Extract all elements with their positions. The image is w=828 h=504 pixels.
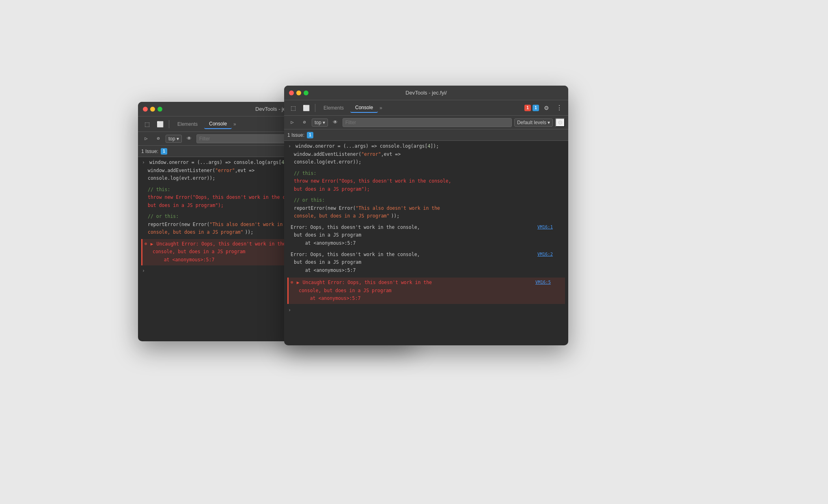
back-block-icon[interactable]: ⊘ <box>153 134 163 143</box>
front-separator1 <box>315 104 315 112</box>
front-throw-line2: but does in a JS program"); <box>287 185 565 194</box>
front-error1-row: Error: Oops, this doesn't work in the co… <box>287 223 565 248</box>
back-top-label: top <box>168 136 175 142</box>
back-top-selector[interactable]: top ▾ <box>166 135 182 143</box>
front-issues-label: 1 Issue: <box>287 132 304 138</box>
front-error2-line1: Error: Oops, this doesn't work in the co… <box>287 251 565 259</box>
front-vm2-link[interactable]: VM16:2 <box>537 251 553 258</box>
front-issues-bar: 1 Issue: 1 <box>284 129 568 141</box>
back-close-button[interactable] <box>143 107 148 112</box>
front-default-levels[interactable]: Default levels ▾ <box>514 118 553 127</box>
front-eye-icon[interactable]: 👁 <box>330 118 340 127</box>
front-tab-elements[interactable]: Elements <box>319 103 349 112</box>
back-cursor-icon[interactable]: ⬚ <box>141 119 153 129</box>
front-error3-line3: at <anonymous>:5:7 <box>291 295 563 303</box>
front-default-levels-label: Default levels <box>517 120 546 125</box>
back-top-chevron: ▾ <box>177 136 179 142</box>
front-filter-input[interactable] <box>343 118 512 127</box>
front-top-chevron: ▾ <box>323 120 325 125</box>
front-throw-line1: throw new Error("Oops, this doesn't work… <box>287 177 565 185</box>
front-block-icon[interactable]: ⊘ <box>300 118 309 127</box>
front-settings-icon[interactable]: ⚙ <box>541 103 552 113</box>
front-console-settings-icon[interactable]: ⚙ <box>555 118 565 127</box>
front-traffic-lights <box>289 90 308 95</box>
front-console-toolbar: ▷ ⊘ top ▾ 👁 Default levels ▾ ⚙ <box>284 116 568 129</box>
front-tab-console[interactable]: Console <box>350 103 378 113</box>
front-report-line1: reportError(new Error("This also doesn't… <box>287 205 565 213</box>
front-tab-more[interactable]: » <box>380 105 382 111</box>
front-play-icon[interactable]: ▷ <box>287 118 297 127</box>
front-maximize-button[interactable] <box>304 90 308 95</box>
back-minimize-button[interactable] <box>150 107 155 112</box>
front-next-prompt: › <box>287 306 565 314</box>
back-line1-text: window.onerror = (...args) => console.lo… <box>149 159 293 167</box>
back-issues-label: 1 Issue: <box>141 149 158 154</box>
back-tab-console[interactable]: Console <box>204 119 232 129</box>
back-tab-more[interactable]: » <box>233 121 236 127</box>
front-code-line1: › window.onerror = (...args) => console.… <box>287 142 565 151</box>
front-more-icon[interactable]: ⋮ <box>554 103 565 113</box>
back-eye-icon[interactable]: 👁 <box>184 134 194 143</box>
front-vm3-link[interactable]: VM16:5 <box>535 279 551 286</box>
front-levels-chevron: ▾ <box>548 120 550 125</box>
front-device-icon[interactable]: ⬜ <box>300 103 312 113</box>
front-error2-row: Error: Oops, this doesn't work in the co… <box>287 250 565 276</box>
front-toolbar: ⬚ ⬜ Elements Console » 1 1 ⚙ ⋮ <box>284 100 568 116</box>
front-vm1-link[interactable]: VM16:1 <box>537 224 553 231</box>
back-separator1 <box>169 120 169 128</box>
front-comment2: // or this: <box>287 196 565 205</box>
front-error-badge: 1 <box>524 105 531 111</box>
front-code-line2: window.addEventListener("error",evt => <box>287 151 565 159</box>
front-cursor-icon[interactable]: ⬚ <box>287 103 299 113</box>
front-report-line2: console, but does in a JS program")); <box>287 212 565 220</box>
back-traffic-lights <box>143 107 162 112</box>
front-window-title: DevTools - jec.fyi/ <box>405 90 447 96</box>
back-device-icon[interactable]: ⬜ <box>154 119 166 129</box>
front-top-selector[interactable]: top ▾ <box>312 118 328 127</box>
front-close-button[interactable] <box>289 90 294 95</box>
front-devtools-window: DevTools - jec.fyi/ ⬚ ⬜ Elements Console… <box>284 86 568 345</box>
front-top-label: top <box>315 120 321 125</box>
front-minimize-button[interactable] <box>296 90 301 95</box>
front-info-badge: 1 <box>533 105 539 111</box>
front-console-content: › window.onerror = (...args) => console.… <box>284 141 568 345</box>
front-error1-line1: Error: Oops, this doesn't work in the co… <box>287 224 565 232</box>
front-code-line3: console.log(evt.error)); <box>287 158 565 166</box>
front-title-bar: DevTools - jec.fyi/ <box>284 86 568 100</box>
front-error1-line2: but does in a JS program <box>287 231 565 239</box>
back-tab-elements[interactable]: Elements <box>172 120 203 129</box>
front-error3-line1: ⊗ ▶ Uncaught Error: Oops, this doesn't w… <box>291 279 563 287</box>
front-error1-line3: at <anonymous>:5:7 <box>287 239 565 248</box>
front-issues-count: 1 <box>307 132 313 138</box>
back-maximize-button[interactable] <box>157 107 162 112</box>
front-error2-line2: but does in a JS program <box>287 258 565 267</box>
front-comment1: // this: <box>287 170 565 178</box>
back-issues-count: 1 <box>161 148 167 155</box>
back-play-icon[interactable]: ▷ <box>141 134 151 143</box>
front-error3-line2: console, but does in a JS program <box>291 287 563 295</box>
front-error2-line3: at <anonymous>:5:7 <box>287 267 565 275</box>
front-error3-row: ⊗ ▶ Uncaught Error: Oops, this doesn't w… <box>287 278 565 304</box>
